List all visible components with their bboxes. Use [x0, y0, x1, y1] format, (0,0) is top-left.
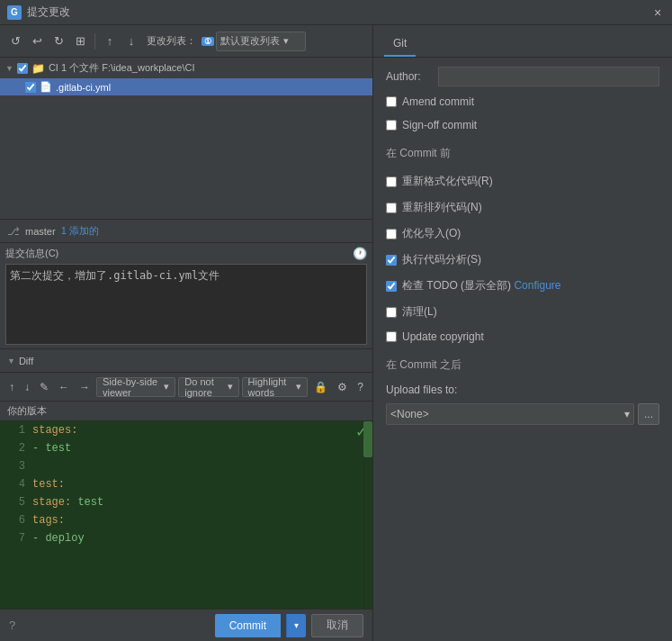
todo-label: 检查 TODO (显示全部) Configure — [402, 278, 560, 293]
diff-toolbar: ↑ ↓ ✎ ← → Side-by-side viewer ▾ Do not i… — [0, 373, 372, 402]
diff-line-2: 2 - test — [0, 439, 372, 457]
author-input[interactable] — [438, 67, 659, 86]
author-row: Author: — [386, 67, 659, 86]
diff-line-5: 5 stage: test — [0, 493, 372, 511]
commit-section: 提交信息(C) 🕐 第二次提交，增加了.gitlab-ci.yml文件 — [0, 243, 372, 349]
sign-off-checkbox[interactable] — [386, 120, 397, 131]
scrollbar-thumb[interactable] — [363, 421, 372, 457]
branch-bar: ⎇ master 1 添加的 — [0, 220, 372, 243]
reformat-checkbox[interactable] — [386, 176, 397, 187]
line-num-5: 5 — [7, 493, 25, 511]
tree-root[interactable]: ▼ 📁 CI 1 个文件 F:\idea_workplace\CI — [0, 58, 372, 78]
optimize-label: 优化导入(O) — [402, 226, 461, 241]
settings-btn[interactable]: ⚙ — [334, 377, 351, 397]
file-name: .gitlab-ci.yml — [56, 82, 111, 93]
before-commit-title: 在 Commit 前 — [386, 146, 659, 161]
analyze-row: 执行代码分析(S) — [386, 250, 659, 269]
commit-label-row: 提交信息(C) 🕐 — [5, 247, 367, 260]
diff-edit-btn[interactable]: ✎ — [36, 377, 52, 397]
diff-section: ▼ Diff ↑ ↓ ✎ ← → Side-by-side viewer ▾ D… — [0, 349, 372, 609]
cleanup-checkbox[interactable] — [386, 307, 397, 318]
sign-off-row: Sign-off commit — [386, 117, 659, 133]
help-button[interactable]: ? — [9, 618, 15, 632]
diff-back-btn[interactable]: ← — [55, 377, 73, 397]
copyright-checkbox[interactable] — [386, 331, 397, 342]
amend-commit-label: Amend commit — [402, 95, 474, 108]
titlebar: G 提交更改 × — [0, 0, 672, 25]
root-checkbox[interactable] — [17, 63, 28, 74]
window-title: 提交更改 — [27, 5, 650, 20]
line-num-1: 1 — [7, 421, 25, 439]
todo-checkbox[interactable] — [386, 281, 397, 292]
lock-btn[interactable]: 🔒 — [310, 377, 331, 397]
move-down-button[interactable]: ↓ — [121, 32, 141, 51]
left-panel: ↺ ↩ ↻ ⊞ ↑ ↓ 更改列表： ① 默认更改列表 ▾ ▼ 📁 CI 1 个文… — [0, 25, 373, 641]
amend-commit-checkbox[interactable] — [386, 96, 397, 107]
update-list-label: 更改列表： — [147, 34, 196, 48]
sign-off-label: Sign-off commit — [402, 119, 477, 131]
rearrange-checkbox[interactable] — [386, 203, 397, 213]
optimize-checkbox[interactable] — [386, 229, 397, 239]
line-num-6: 6 — [7, 511, 25, 529]
toolbar-separator-1 — [94, 33, 95, 50]
branch-name: master — [25, 226, 56, 237]
line-num-4: 4 — [7, 475, 25, 493]
diff-header: ▼ Diff — [0, 349, 372, 373]
reformat-row: 重新格式化代码(R) — [386, 172, 659, 191]
commit-message-label: 提交信息(C) — [5, 247, 58, 260]
git-tab[interactable]: Git — [384, 32, 416, 57]
reformat-label: 重新格式化代码(R) — [402, 174, 493, 189]
changelist-dropdown[interactable]: 默认更改列表 ▾ — [216, 32, 306, 51]
tree-root-label: CI 1 个文件 F:\idea_workplace\CI — [49, 61, 195, 75]
undo-button[interactable]: ↩ — [27, 32, 47, 51]
close-button[interactable]: × — [650, 5, 665, 20]
amend-commit-row: Amend commit — [386, 94, 659, 110]
history-icon[interactable]: 🕐 — [353, 247, 367, 260]
right-content: Author: Amend commit Sign-off commit 在 C… — [373, 58, 672, 434]
analyze-checkbox[interactable] — [386, 255, 397, 266]
copyright-row: Update copyright — [386, 329, 659, 345]
diff-version-label: 你的版本 — [0, 402, 372, 421]
help-diff-btn[interactable]: ? — [354, 377, 367, 397]
commit-button[interactable]: Commit — [215, 614, 281, 637]
bottom-bar: ? Commit ▾ 取消 — [0, 609, 372, 641]
tree-chevron: ▼ — [5, 64, 13, 73]
diff-scrollbar[interactable] — [363, 421, 372, 609]
commit-dropdown-button[interactable]: ▾ — [286, 614, 306, 637]
toolbar: ↺ ↩ ↻ ⊞ ↑ ↓ 更改列表： ① 默认更改列表 ▾ — [0, 25, 372, 58]
cancel-button[interactable]: 取消 — [311, 614, 363, 637]
diff-line-4: 4 test: — [0, 475, 372, 493]
rearrange-row: 重新排列代码(N) — [386, 198, 659, 217]
diff-content[interactable]: 1 stages: 2 - test 3 4 test: 5 st — [0, 421, 372, 609]
diff-down-btn[interactable]: ↓ — [21, 377, 33, 397]
viewer-dropdown[interactable]: Side-by-side viewer ▾ — [96, 377, 175, 397]
right-panel: Git Author: Amend commit Sign-off commit… — [373, 25, 672, 641]
copyright-label: Update copyright — [402, 330, 484, 343]
upload-more-btn[interactable]: ... — [638, 403, 659, 425]
line-num-7: 7 — [7, 529, 25, 547]
diff-up-btn[interactable]: ↑ — [5, 377, 18, 397]
grid-button[interactable]: ⊞ — [70, 32, 90, 51]
folder-icon: 📁 — [31, 62, 45, 75]
refresh-button[interactable]: ↺ — [5, 32, 25, 51]
upload-label: Upload files to: — [386, 384, 659, 396]
configure-link[interactable]: Configure — [514, 279, 560, 292]
list-badge: ① — [202, 37, 214, 46]
upload-dropdown[interactable]: <None> ▾ — [386, 403, 634, 425]
highlight-dropdown[interactable]: Highlight words ▾ — [242, 377, 309, 397]
branch-count: 1 添加的 — [61, 224, 99, 238]
upload-row: <None> ▾ ... — [386, 403, 659, 425]
move-up-button[interactable]: ↑ — [100, 32, 120, 51]
commit-message-input[interactable]: 第二次提交，增加了.gitlab-ci.yml文件 — [5, 264, 367, 345]
right-tab-bar: Git — [373, 25, 672, 58]
file-checkbox[interactable] — [25, 82, 36, 93]
ignore-dropdown[interactable]: Do not ignore ▾ — [178, 377, 238, 397]
diff-line-7: 7 - deploy — [0, 529, 372, 547]
diff-line-1: 1 stages: — [0, 421, 372, 439]
file-icon: 📄 — [40, 81, 52, 93]
diff-forward-btn[interactable]: → — [76, 377, 94, 397]
redo-button[interactable]: ↻ — [49, 32, 68, 51]
file-row[interactable]: 📄 .gitlab-ci.yml — [0, 78, 372, 95]
main-layout: ↺ ↩ ↻ ⊞ ↑ ↓ 更改列表： ① 默认更改列表 ▾ ▼ 📁 CI 1 个文… — [0, 25, 672, 641]
file-tree: ▼ 📁 CI 1 个文件 F:\idea_workplace\CI 📄 .git… — [0, 58, 372, 220]
